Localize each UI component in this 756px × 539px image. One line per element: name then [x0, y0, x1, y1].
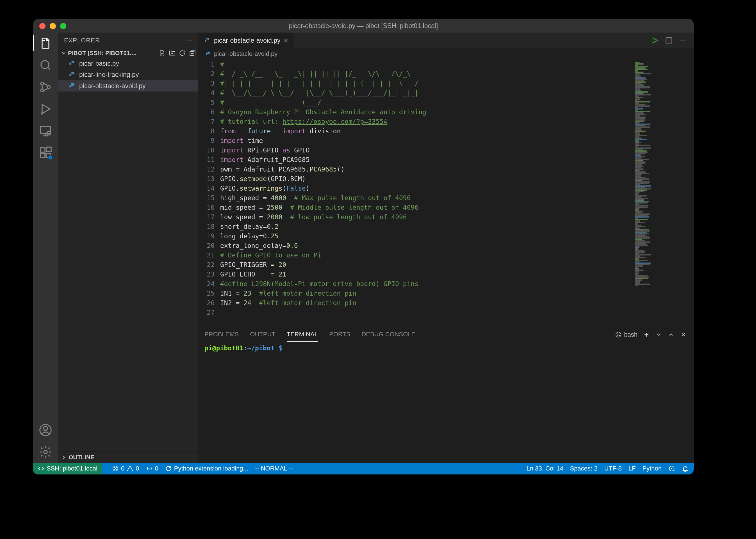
terminal-profile[interactable]: bash: [615, 331, 637, 338]
status-error-count: 0: [121, 465, 125, 472]
editor-actions: ···: [644, 33, 694, 48]
new-file-icon[interactable]: [158, 49, 166, 57]
terminal-shell-name: bash: [624, 331, 637, 338]
sidebar-header: EXPLORER ···: [58, 33, 198, 48]
file-list: picar-basic.py picar-line-tracking.py pi…: [58, 58, 198, 451]
status-warning-count: 0: [136, 465, 139, 472]
accounts-activity-icon[interactable]: [39, 424, 52, 437]
panel-tab-debug[interactable]: DEBUG CONSOLE: [362, 327, 415, 342]
new-folder-icon[interactable]: [169, 49, 176, 57]
status-problems[interactable]: 0 0: [112, 465, 139, 472]
sidebar-more-icon[interactable]: ···: [185, 37, 192, 44]
explorer-folder-header[interactable]: PIBOT [SSH: PIBOT01....: [58, 48, 198, 58]
panel: PROBLEMS OUTPUT TERMINAL PORTS DEBUG CON…: [198, 327, 694, 463]
file-item[interactable]: picar-obstacle-avoid.py: [58, 80, 198, 92]
maximize-window-button[interactable]: [60, 23, 66, 29]
svg-rect-8: [41, 153, 45, 158]
source-control-activity-icon[interactable]: [39, 80, 52, 94]
status-ports[interactable]: 0: [146, 465, 158, 472]
status-notifications-icon[interactable]: [682, 465, 689, 472]
status-indentation[interactable]: Spaces: 2: [570, 465, 598, 472]
panel-tab-terminal[interactable]: TERMINAL: [287, 327, 318, 342]
search-activity-icon[interactable]: [39, 58, 52, 72]
python-file-icon: [68, 82, 76, 90]
terminal-prompt-sigil: $: [274, 345, 282, 352]
svg-rect-10: [46, 147, 51, 152]
close-panel-icon[interactable]: [680, 331, 687, 338]
status-bar: SSH: pibot01.local 0 0 0 Python extensio…: [33, 463, 694, 474]
status-encoding[interactable]: UTF-8: [604, 465, 622, 472]
split-terminal-chevron-icon[interactable]: [655, 331, 662, 338]
status-remote-label: SSH: pibot01.local: [46, 465, 98, 472]
tab-label: picar-obstacle-avoid.py: [214, 37, 281, 44]
code-content[interactable]: # __ # / _\ /__ \_ _\| || || || |/_ \/\ …: [220, 59, 633, 327]
close-tab-icon[interactable]: ×: [284, 36, 288, 45]
editor-more-icon[interactable]: ···: [679, 37, 687, 44]
svg-point-1: [41, 82, 43, 85]
status-port-count: 0: [155, 465, 158, 472]
chevron-down-icon: [61, 50, 67, 56]
extensions-activity-icon[interactable]: [39, 146, 52, 159]
svg-point-0: [41, 61, 49, 68]
svg-point-18: [149, 468, 150, 469]
terminal-prompt-path: ~/pibot: [247, 345, 274, 352]
sidebar-title: EXPLORER: [64, 37, 100, 44]
extensions-update-badge: [48, 155, 53, 160]
window-title: picar-obstacle-avoid.py — pibot [SSH: pi…: [289, 22, 438, 30]
status-vim-mode: -- NORMAL --: [255, 465, 293, 472]
bash-shell-icon: [615, 331, 622, 338]
panel-tab-output[interactable]: OUTPUT: [250, 327, 275, 342]
collapse-all-icon[interactable]: [189, 49, 196, 57]
maximize-panel-icon[interactable]: [668, 331, 675, 338]
svg-point-12: [43, 426, 47, 430]
settings-activity-icon[interactable]: [39, 445, 52, 459]
file-item[interactable]: picar-line-tracking.py: [58, 69, 198, 80]
new-terminal-icon[interactable]: [643, 331, 650, 338]
run-debug-activity-icon[interactable]: [39, 102, 52, 116]
terminal-body[interactable]: pi@pibot01:~/pibot $: [198, 342, 694, 463]
status-language[interactable]: Python: [642, 465, 662, 472]
code-editor[interactable]: 1234567891011121314151617181920212223242…: [198, 59, 694, 327]
panel-tab-ports[interactable]: PORTS: [329, 327, 350, 342]
line-number-gutter: 1234567891011121314151617181920212223242…: [198, 59, 220, 327]
remote-explorer-activity-icon[interactable]: [39, 124, 52, 137]
run-file-icon[interactable]: [651, 37, 659, 44]
explorer-folder-actions: [158, 49, 196, 57]
status-cursor-position[interactable]: Ln 33, Col 14: [527, 465, 563, 472]
panel-tab-problems[interactable]: PROBLEMS: [205, 327, 239, 342]
explorer-folder-name: PIBOT [SSH: PIBOT01....: [68, 50, 136, 56]
outline-section-header[interactable]: OUTLINE: [58, 451, 198, 463]
file-name: picar-basic.py: [79, 60, 119, 67]
minimap[interactable]: ████████████████████████████████████████…: [633, 59, 694, 327]
refresh-icon[interactable]: [179, 49, 186, 57]
svg-rect-5: [41, 126, 50, 134]
editor-tab[interactable]: picar-obstacle-avoid.py ×: [198, 33, 294, 48]
explorer-activity-icon[interactable]: [39, 37, 52, 50]
svg-point-4: [42, 113, 43, 114]
svg-point-13: [44, 450, 47, 454]
status-remote[interactable]: SSH: pibot01.local: [33, 463, 102, 474]
status-loading-text: Python extension loading...: [174, 465, 248, 472]
svg-point-2: [41, 89, 43, 92]
split-editor-icon[interactable]: [665, 37, 673, 44]
panel-tab-bar: PROBLEMS OUTPUT TERMINAL PORTS DEBUG CON…: [198, 327, 694, 342]
status-feedback-icon[interactable]: [668, 465, 675, 472]
python-file-icon: [68, 60, 76, 67]
traffic-lights: [39, 23, 66, 29]
activity-bar: [33, 33, 58, 463]
status-python-loading[interactable]: Python extension loading...: [165, 465, 248, 472]
svg-rect-7: [41, 148, 45, 152]
tab-bar: picar-obstacle-avoid.py × ···: [198, 33, 694, 48]
minimize-window-button[interactable]: [50, 23, 56, 29]
close-window-button[interactable]: [39, 23, 45, 29]
file-name: picar-obstacle-avoid.py: [79, 82, 146, 90]
file-name: picar-line-tracking.py: [79, 71, 139, 79]
titlebar: picar-obstacle-avoid.py — pibot [SSH: pi…: [33, 19, 694, 33]
status-eol[interactable]: LF: [629, 465, 636, 472]
python-file-icon: [204, 37, 210, 44]
file-item[interactable]: picar-basic.py: [58, 58, 198, 69]
chevron-right-icon: [61, 454, 67, 460]
python-file-icon: [205, 51, 211, 57]
vscode-window: picar-obstacle-avoid.py — pibot [SSH: pi…: [33, 19, 694, 474]
breadcrumb[interactable]: picar-obstacle-avoid.py: [198, 48, 694, 59]
